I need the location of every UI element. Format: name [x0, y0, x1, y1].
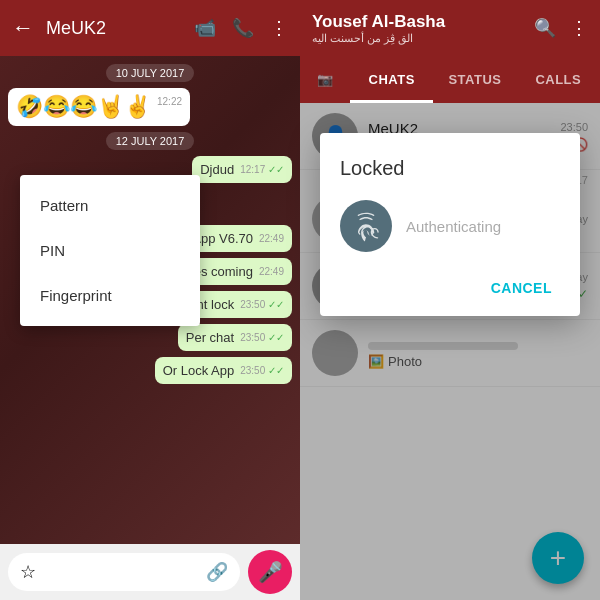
- left-header-icons: 📹 📞 ⋮: [194, 17, 288, 39]
- context-menu: Pattern PIN Fingerprint: [20, 175, 200, 326]
- left-chat-panel: ← MeUK2 📹 📞 ⋮ 10 JULY 2017 🤣😂😂🤘✌ 12:22 1…: [0, 0, 300, 600]
- locked-dialog: Locked Authenticating CANCEL: [320, 133, 580, 316]
- search-icon[interactable]: 🔍: [534, 17, 556, 39]
- status-tab-label: STATUS: [448, 72, 501, 87]
- video-call-icon[interactable]: 📹: [194, 17, 216, 39]
- context-menu-pin[interactable]: PIN: [20, 228, 200, 273]
- locked-dialog-overlay: Locked Authenticating CANCEL: [300, 103, 600, 600]
- right-more-icon[interactable]: ⋮: [570, 17, 588, 39]
- date-badge-2: 12 JULY 2017: [106, 132, 195, 150]
- right-header: Yousef Al-Basha الق ڤِز من أحسنت اليه 🔍 …: [300, 0, 600, 103]
- tab-chats[interactable]: CHATS: [350, 56, 433, 103]
- locked-dialog-body: Authenticating: [340, 200, 560, 252]
- right-header-top: Yousef Al-Basha الق ڤِز من أحسنت اليه 🔍 …: [300, 0, 600, 56]
- chats-tab-label: CHATS: [369, 72, 415, 87]
- attach-icon[interactable]: 🔗: [206, 561, 228, 583]
- authenticating-text: Authenticating: [406, 218, 501, 235]
- message-input-field[interactable]: ☆ 🔗: [8, 553, 240, 591]
- message-sent-6: Or Lock App 23:50 ✓✓: [155, 357, 292, 384]
- emoji-icon[interactable]: ☆: [20, 561, 36, 583]
- call-icon[interactable]: 📞: [232, 17, 254, 39]
- context-menu-pattern[interactable]: Pattern: [20, 183, 200, 228]
- message-received-1: 🤣😂😂🤘✌ 12:22: [8, 88, 190, 126]
- tab-calls[interactable]: CALLS: [517, 56, 600, 103]
- context-menu-fingerprint[interactable]: Fingerprint: [20, 273, 200, 318]
- message-sent-5: Per chat 23:50 ✓✓: [178, 324, 292, 351]
- right-header-icons: 🔍 ⋮: [534, 17, 588, 39]
- date-badge-1: 10 JULY 2017: [106, 64, 195, 82]
- fingerprint-svg: [350, 210, 382, 242]
- tabs-row: 📷 CHATS STATUS CALLS: [300, 56, 600, 103]
- contact-subtitle: الق ڤِز من أحسنت اليه: [312, 32, 526, 45]
- left-chat-title: MeUK2: [46, 18, 182, 39]
- locked-dialog-actions: CANCEL: [340, 276, 560, 300]
- camera-icon: 📷: [317, 72, 334, 87]
- tab-status[interactable]: STATUS: [433, 56, 516, 103]
- back-icon[interactable]: ←: [12, 15, 34, 41]
- cancel-button[interactable]: CANCEL: [483, 276, 560, 300]
- locked-dialog-title: Locked: [340, 157, 560, 180]
- message-sent-1: Djdud 12:17 ✓✓: [192, 156, 292, 183]
- mic-icon: 🎤: [258, 560, 283, 584]
- more-options-icon[interactable]: ⋮: [270, 17, 288, 39]
- mic-button[interactable]: 🎤: [248, 550, 292, 594]
- emoji-message: 🤣😂😂🤘✌: [16, 94, 151, 119]
- fingerprint-icon: [340, 200, 392, 252]
- contact-name: Yousef Al-Basha: [312, 12, 526, 32]
- left-header: ← MeUK2 📹 📞 ⋮: [0, 0, 300, 56]
- input-bar: ☆ 🔗 🎤: [0, 544, 300, 600]
- calls-tab-label: CALLS: [535, 72, 581, 87]
- tab-camera[interactable]: 📷: [300, 56, 350, 103]
